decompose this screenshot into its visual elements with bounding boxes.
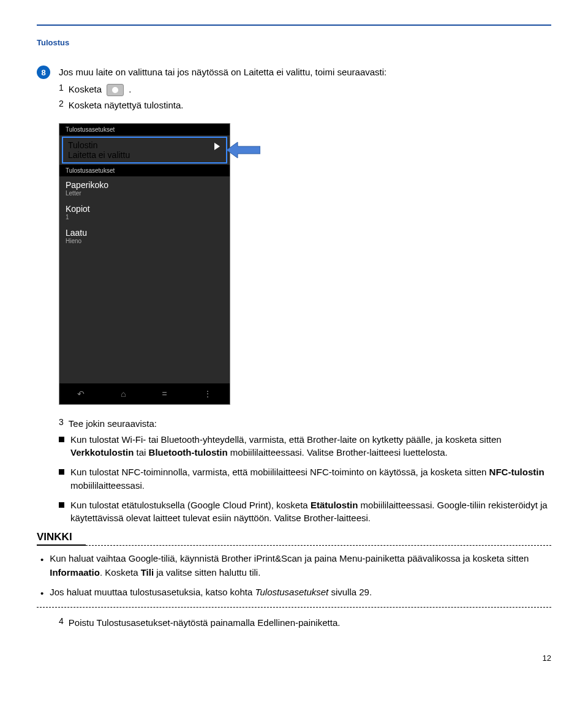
nav-menu-icon[interactable]: ⋮ [203, 389, 212, 399]
phone-printer-row[interactable]: Tulostin Laitetta ei valittu [62, 137, 227, 164]
callout-arrow-icon [227, 140, 260, 160]
bullet-dot-icon: • [40, 587, 43, 601]
substep-num: 4 [59, 616, 64, 630]
option-wifi-bluetooth: Kun tulostat Wi-Fi- tai Bluetooth-yhteyd… [59, 433, 551, 460]
header-rule [37, 24, 551, 26]
step-3-options: Kun tulostat Wi-Fi- tai Bluetooth-yhteyd… [59, 433, 551, 525]
bullet-square-icon [59, 469, 64, 475]
bullet-dot-icon: • [40, 553, 43, 579]
step-4: 4 Poistu Tulostusasetukset-näytöstä pain… [59, 616, 551, 630]
phone-header2: Tulostusasetukset [59, 165, 230, 176]
note-rule [37, 544, 551, 546]
nav-recent-icon[interactable]: = [162, 389, 167, 399]
note-block: VINKKI • Kun haluat vaihtaa Google-tiliä… [37, 531, 551, 608]
substep-num: 1 [59, 83, 64, 96]
note-bottom-rule [37, 607, 551, 608]
substep-num: 3 [59, 417, 64, 431]
step-8: 8 Jos muu laite on valittuna tai jos näy… [37, 66, 551, 79]
step-4-text: Poistu Tulostusasetukset-näytöstä painam… [69, 616, 341, 630]
option-nfc: Kun tulostat NFC-toiminnolla, varmista, … [59, 465, 551, 492]
phone-navbar: ↶ ⌂ = ⋮ [59, 383, 230, 404]
phone-paper-value: Letter [66, 190, 224, 197]
step-3-header: 3 Tee jokin seuraavista: [59, 417, 551, 431]
phone-copies-value: 1 [66, 214, 224, 220]
phone-quality-value: Hieno [66, 238, 224, 244]
play-icon [214, 143, 220, 150]
phone-quality-label: Laatu [66, 228, 224, 238]
step-number-8: 8 [37, 66, 50, 79]
chapter-title: Tulostus [37, 38, 551, 47]
svg-marker-0 [227, 142, 260, 158]
note-label: VINKKI [37, 531, 551, 543]
note-item-google-account: • Kun haluat vaihtaa Google-tiliä, käynn… [40, 552, 551, 579]
step-8-sub2: 2 Kosketa näytettyä tulostinta. [59, 99, 551, 112]
phone-screenshot: Tulostusasetukset Tulostin Laitetta ei v… [59, 123, 230, 405]
phone-printer-label: Tulostin [68, 140, 221, 150]
substep-text: Kosketa . [69, 83, 132, 96]
phone-printer-value: Laitetta ei valittu [68, 150, 221, 160]
step-8-text: Jos muu laite on valittuna tai jos näytö… [59, 66, 386, 79]
step-8-sub1: 1 Kosketa . [59, 83, 551, 96]
nav-back-icon[interactable]: ↶ [77, 389, 85, 399]
phone-copies-row[interactable]: Kopiot 1 [59, 200, 230, 224]
nav-home-icon[interactable]: ⌂ [121, 389, 126, 399]
phone-header: Tulostusasetukset [59, 124, 230, 135]
page-number: 12 [37, 654, 551, 663]
phone-paper-label: Paperikoko [66, 180, 224, 190]
phone-copies-label: Kopiot [66, 204, 224, 214]
settings-gear-icon [107, 84, 124, 96]
substep-text: Kosketa näytettyä tulostinta. [69, 99, 184, 112]
bullet-square-icon [59, 502, 64, 508]
option-cloud-print: Kun tulostat etätulostuksella (Google Cl… [59, 499, 551, 525]
note-item-print-settings: • Jos haluat muuttaa tulostusasetuksia, … [40, 586, 551, 601]
phone-quality-row[interactable]: Laatu Hieno [59, 224, 230, 248]
phone-paper-row[interactable]: Paperikoko Letter [59, 176, 230, 200]
substep-num: 2 [59, 99, 64, 112]
step-3-text: Tee jokin seuraavista: [69, 417, 157, 431]
bullet-square-icon [59, 437, 64, 442]
